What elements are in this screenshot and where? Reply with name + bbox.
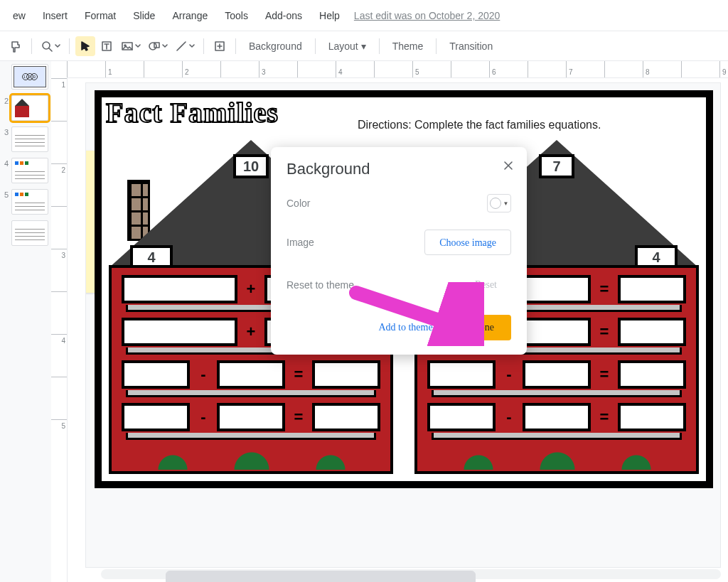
svg-point-4 (149, 43, 156, 50)
image-tool-icon[interactable] (118, 36, 144, 56)
layout-button[interactable]: Layout ▾ (321, 36, 373, 56)
comment-icon[interactable] (210, 36, 230, 56)
menu-tools[interactable]: Tools (218, 6, 255, 26)
menu-view[interactable]: ew (6, 6, 33, 26)
select-tool-icon[interactable] (75, 36, 95, 56)
toolbar: Background Layout ▾ Theme Transition (0, 31, 728, 61)
menu-arrange[interactable]: Arrange (165, 6, 215, 26)
menubar: ew Insert Format Slide Arrange Tools Add… (0, 0, 728, 31)
separator (315, 38, 316, 54)
zoom-icon[interactable] (38, 36, 63, 56)
paint-format-icon[interactable] (6, 36, 26, 56)
menu-addons[interactable]: Add-ons (258, 6, 309, 26)
caret-down-icon (135, 43, 141, 49)
separator (203, 38, 204, 54)
caret-down-icon (162, 43, 168, 49)
menu-help[interactable]: Help (312, 6, 347, 26)
separator (31, 38, 32, 54)
caret-down-icon (55, 43, 60, 49)
textbox-tool-icon[interactable] (97, 36, 117, 56)
menu-format[interactable]: Format (77, 6, 123, 26)
menu-slide[interactable]: Slide (126, 6, 162, 26)
separator (69, 38, 70, 54)
background-button[interactable]: Background (242, 36, 309, 56)
separator (235, 38, 236, 54)
caret-down-icon (189, 43, 195, 49)
menu-insert[interactable]: Insert (36, 6, 75, 26)
separator (379, 38, 380, 54)
line-tool-icon[interactable] (172, 36, 198, 56)
last-edit-info[interactable]: Last edit was on October 2, 2020 (354, 10, 500, 21)
separator (436, 38, 437, 54)
transition-button[interactable]: Transition (442, 36, 500, 56)
shape-tool-icon[interactable] (145, 36, 171, 56)
theme-button[interactable]: Theme (385, 36, 431, 56)
